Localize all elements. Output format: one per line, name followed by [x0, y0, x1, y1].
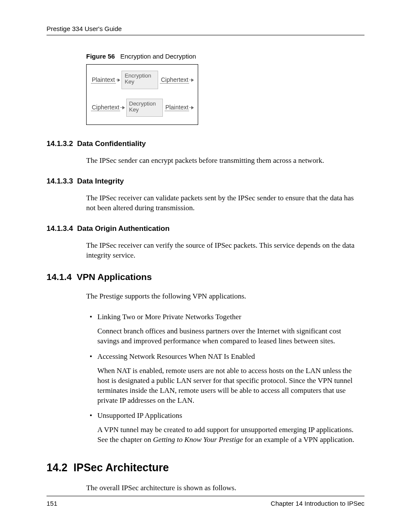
heading-vpn-applications: 14.1.4 VPN Applications: [47, 272, 364, 282]
list-item-body: Connect branch offices and business part…: [97, 327, 364, 346]
arrow-icon: [116, 80, 120, 80]
heading-number: 14.1.3.2: [47, 140, 73, 148]
arrow-icon: [189, 80, 193, 80]
paragraph: The IPSec receiver can verify the source…: [86, 241, 364, 261]
chapter-label: Chapter 14 Introduction to IPSec: [271, 500, 364, 507]
list-item-title: Linking Two or More Private Networks Tog…: [97, 313, 364, 321]
figure-output-2: Plaintext: [165, 104, 190, 111]
heading-number: 14.2: [47, 461, 68, 473]
paragraph: The IPSec receiver can validate packets …: [86, 193, 364, 213]
figure-input-1: Plaintext: [91, 76, 116, 84]
figure-key-1: Encryption Key: [121, 71, 158, 89]
heading-text: Data Integrity: [77, 177, 124, 185]
figure-row-decryption: Ciphertext Decryption Key Plaintext: [91, 99, 193, 117]
figure-diagram: Plaintext Encryption Key Ciphertext Ciph…: [86, 64, 198, 125]
heading-data-integrity: 14.1.3.3 Data Integrity: [47, 177, 364, 186]
heading-data-confidentiality: 14.1.3.2 Data Confidentiality: [47, 140, 364, 148]
page-header: Prestige 334 User's Guide: [47, 25, 364, 35]
heading-text: Data Confidentiality: [77, 140, 146, 148]
list-item-body: When NAT is enabled, remote users are no…: [97, 366, 364, 406]
list-item-title: Accessing Network Resources When NAT Is …: [97, 352, 364, 361]
figure-title: Encryption and Decryption: [120, 53, 196, 60]
page-footer: 151 Chapter 14 Introduction to IPSec: [47, 496, 364, 507]
heading-text: VPN Applications: [77, 272, 152, 282]
heading-number: 14.1.3.4: [47, 224, 73, 233]
figure-input-2: Ciphertext: [91, 104, 120, 111]
paragraph: The Prestige supports the following VPN …: [86, 292, 364, 302]
heading-number: 14.1.4: [47, 272, 72, 282]
list-item-title: Unsupported IP Applications: [97, 411, 364, 420]
paragraph: The IPSec sender can encrypt packets bef…: [86, 156, 364, 166]
heading-number: 14.1.3.3: [47, 177, 73, 185]
list-item: Unsupported IP Applications A VPN tunnel…: [97, 411, 364, 445]
figure-row-encryption: Plaintext Encryption Key Ciphertext: [91, 71, 193, 89]
page-number: 151: [47, 500, 57, 507]
heading-text: IPSec Architecture: [74, 461, 169, 473]
figure-key-2: Decryption Key: [126, 99, 163, 117]
figure-caption: Figure 56 Encryption and Decryption: [86, 53, 364, 60]
text-span: for an example of a VPN application.: [243, 436, 354, 444]
list-item-body: A VPN tunnel may be created to add suppo…: [97, 425, 364, 445]
paragraph: The overall IPSec architecture is shown …: [86, 483, 364, 493]
arrow-icon: [120, 107, 125, 108]
italic-reference: Getting to Know Your Prestige: [153, 436, 243, 444]
list-item: Linking Two or More Private Networks Tog…: [97, 313, 364, 346]
arrow-icon: [189, 107, 193, 108]
heading-data-origin-auth: 14.1.3.4 Data Origin Authentication: [47, 224, 364, 233]
figure-output-1: Ciphertext: [160, 76, 189, 84]
figure-label: Figure 56: [86, 53, 115, 60]
list-item: Accessing Network Resources When NAT Is …: [97, 352, 364, 406]
heading-ipsec-architecture: 14.2 IPSec Architecture: [47, 461, 364, 474]
heading-text: Data Origin Authentication: [77, 224, 170, 233]
